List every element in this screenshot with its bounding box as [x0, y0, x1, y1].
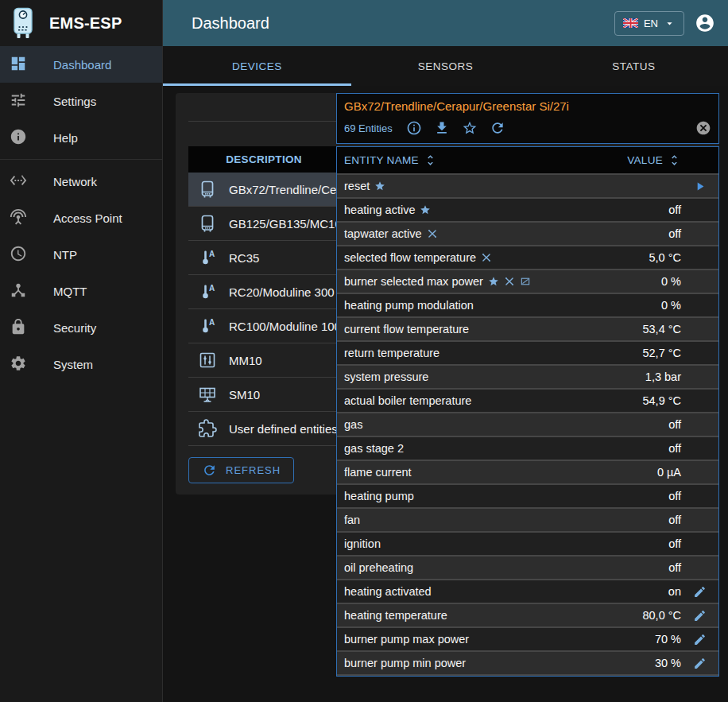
- entity-row-reset: reset: [337, 175, 718, 199]
- description-column-header: DESCRIPTION: [226, 153, 302, 165]
- entity-name: heating pump modulation: [344, 299, 474, 312]
- sidebar-item-system[interactable]: System: [0, 346, 162, 382]
- sidebar: EMS-ESP DashboardSettingsHelpNetworkAcce…: [0, 0, 163, 702]
- tab-sensors[interactable]: SENSORS: [351, 46, 540, 86]
- edit-pencil-icon[interactable]: [693, 585, 707, 599]
- uk-flag-icon: [623, 18, 638, 28]
- sidebar-item-label: Dashboard: [53, 58, 111, 72]
- entity-row-tapwater-active: tapwater activeoff: [337, 223, 718, 246]
- crossed-tools-icon: [427, 228, 438, 239]
- sidebar-item-label: Access Point: [53, 211, 122, 225]
- entity-name: oil preheating: [344, 561, 413, 574]
- entity-value: 53,4 °C: [642, 323, 681, 335]
- sidebar-item-access-point[interactable]: Access Point: [0, 200, 162, 236]
- tab-bar: DEVICESSENSORSSTATUS: [163, 46, 728, 86]
- sidebar-item-network[interactable]: Network: [0, 163, 162, 200]
- sidebar-divider: [0, 159, 162, 160]
- sidebar-item-dashboard[interactable]: Dashboard: [0, 46, 162, 83]
- sidebar-item-settings[interactable]: Settings: [0, 83, 162, 119]
- device-name: MM10: [229, 354, 262, 367]
- run-command-icon[interactable]: [693, 180, 707, 193]
- entity-row-selected-flow-temperature: selected flow temperature5,0 °C: [337, 246, 718, 270]
- entity-table-header: ENTITY NAME VALUE: [337, 147, 718, 175]
- sidebar-item-ntp[interactable]: NTP: [0, 236, 162, 273]
- entity-name: tapwater active: [344, 227, 422, 240]
- entity-value: 0 µA: [657, 466, 681, 479]
- entity-name: burner pump max power: [344, 633, 469, 646]
- brand-row: EMS-ESP: [0, 0, 162, 46]
- sidebar-item-label: Security: [53, 321, 96, 335]
- device-name: User defined entities: [229, 422, 338, 436]
- device-name: RC20/Moduline 300: [229, 285, 335, 299]
- entity-name: reset: [344, 180, 370, 192]
- device-detail-title: GBx72/Trendline/Cerapur/Greenstar Si/27i: [344, 99, 711, 113]
- entity-value: off: [668, 561, 681, 574]
- ntp-clock-icon: [10, 245, 29, 264]
- sort-value-icon[interactable]: [668, 153, 681, 167]
- sidebar-item-help[interactable]: Help: [0, 119, 162, 156]
- entity-row-system-pressure: system pressure1,3 bar: [337, 366, 718, 390]
- entity-name: ignition: [344, 537, 381, 550]
- sidebar-item-mqtt[interactable]: MQTT: [0, 273, 162, 309]
- entity-value: 52,7 °C: [642, 347, 681, 359]
- entity-table: ENTITY NAME VALUE resetheating activeoff…: [336, 146, 719, 677]
- value-column-header: VALUE: [627, 154, 663, 166]
- ems-esp-app: EMS-ESP DashboardSettingsHelpNetworkAcce…: [0, 0, 728, 702]
- sidebar-item-label: Settings: [53, 95, 96, 108]
- entity-row-heating-pump: heating pumpoff: [337, 485, 718, 509]
- thermostat-device-icon: A: [198, 282, 217, 301]
- favorite-star-icon: [488, 276, 499, 287]
- entity-value: off: [668, 204, 681, 216]
- close-icon[interactable]: [695, 120, 711, 136]
- dashboard-icon: [10, 55, 29, 74]
- svg-text:A: A: [209, 250, 215, 258]
- boiler-device-icon: [198, 214, 217, 233]
- entity-row-actual-boiler-temperature: actual boiler temperature54,9 °C: [337, 390, 718, 413]
- entity-value: off: [668, 490, 681, 502]
- download-icon[interactable]: [434, 120, 450, 136]
- edit-pencil-icon[interactable]: [693, 633, 707, 646]
- language-selector[interactable]: EN: [614, 11, 684, 36]
- brand-name: EMS-ESP: [49, 14, 122, 33]
- entity-value: 30 %: [655, 657, 681, 669]
- entity-name: heating pump: [344, 490, 414, 502]
- device-detail-panel: GBx72/Trendline/Cerapur/Greenstar Si/27i…: [336, 93, 719, 677]
- boiler-device-icon: [198, 180, 217, 199]
- entity-value: 0 %: [661, 275, 681, 288]
- star-outline-icon[interactable]: [462, 120, 478, 136]
- entity-name: heating activated: [344, 585, 432, 598]
- sort-entity-name-icon[interactable]: [424, 153, 437, 167]
- tab-devices[interactable]: DEVICES: [163, 46, 351, 86]
- device-detail-header: GBx72/Trendline/Cerapur/Greenstar Si/27i…: [336, 93, 719, 144]
- crossed-tools-icon: [481, 252, 492, 263]
- info-outline-icon[interactable]: [406, 120, 422, 136]
- sidebar-item-security[interactable]: Security: [0, 309, 162, 346]
- network-ethernet-icon: [10, 172, 29, 191]
- favorite-star-icon: [420, 204, 431, 215]
- edit-pencil-icon[interactable]: [693, 609, 707, 622]
- refresh-icon: [202, 463, 217, 478]
- tab-status[interactable]: STATUS: [540, 46, 728, 86]
- entity-row-heating-active: heating activeoff: [337, 199, 718, 223]
- refresh-icon[interactable]: [490, 120, 505, 136]
- sidebar-menu: DashboardSettingsHelpNetworkAccess Point…: [0, 46, 162, 382]
- account-circle-icon[interactable]: [695, 13, 715, 33]
- sidebar-item-label: System: [53, 358, 93, 371]
- app-bar: Dashboard EN: [163, 0, 728, 46]
- entity-row-burner-selected-max-power: burner selected max power0 %: [337, 270, 718, 294]
- entity-name: heating active: [344, 204, 415, 216]
- entities-count: 69 Entities: [344, 122, 393, 134]
- crossed-box-icon: [520, 276, 531, 287]
- entity-row-current-flow-temperature: current flow temperature53,4 °C: [337, 318, 718, 342]
- entity-name-column-header: ENTITY NAME: [344, 154, 419, 166]
- entity-row-gas-stage-2: gas stage 2off: [337, 437, 718, 461]
- entity-row-gas: gasoff: [337, 413, 718, 437]
- entity-value: 54,9 °C: [642, 394, 681, 407]
- refresh-button[interactable]: REFRESH: [188, 457, 294, 483]
- svg-text:A: A: [209, 284, 215, 293]
- sidebar-item-label: Network: [53, 175, 97, 188]
- page-title: Dashboard: [163, 14, 269, 33]
- language-label: EN: [644, 17, 658, 29]
- thermostat-device-icon: A: [198, 248, 217, 267]
- edit-pencil-icon[interactable]: [693, 657, 707, 670]
